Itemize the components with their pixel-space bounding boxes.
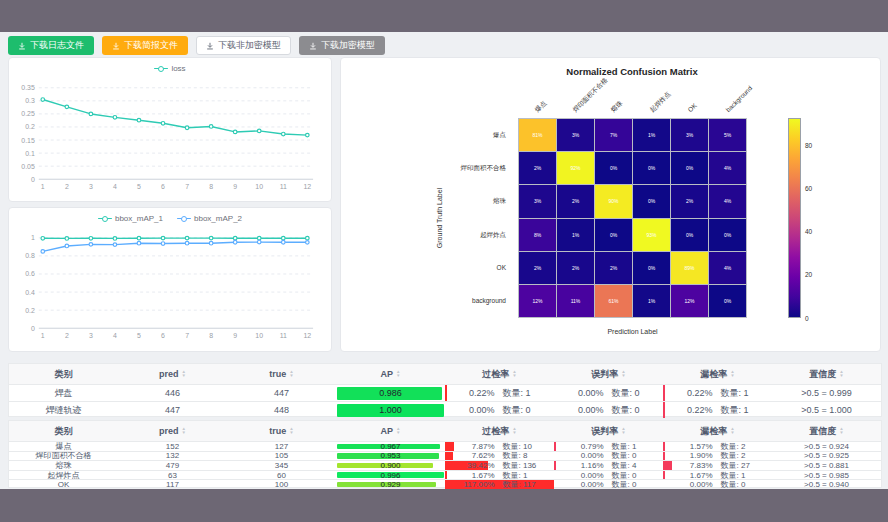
- category-cell: 焊盘: [9, 385, 118, 401]
- column-header-overkill[interactable]: 过检率▲▼: [445, 425, 554, 438]
- sort-caret-icon[interactable]: ▲▼: [621, 370, 625, 377]
- column-header-misjudge[interactable]: 误判率▲▼: [554, 368, 663, 381]
- miss-count: 数量: 1: [721, 387, 765, 400]
- sort-caret-icon[interactable]: ▲▼: [182, 370, 186, 377]
- ap-cell: 0.996: [336, 471, 445, 480]
- misjudge-percent: 0.79%: [562, 442, 604, 451]
- x-tick-label: 10: [255, 332, 263, 339]
- legend-item-bbox_mAP_2[interactable]: bbox_mAP_2: [177, 214, 242, 223]
- table-row-OK: OK1171000.929117.00%数量: 1170.00%数量: 00.0…: [9, 479, 881, 489]
- legend-item-loss[interactable]: loss: [154, 64, 185, 73]
- sort-caret-icon[interactable]: ▲▼: [730, 370, 734, 377]
- colorbar-tick-label: 0: [805, 315, 809, 322]
- ap-value: 0.929: [380, 480, 400, 489]
- colorbar-tick-label: 60: [805, 185, 812, 192]
- overkill-count: 数量: 10: [503, 442, 547, 451]
- column-header-true[interactable]: true▲▼: [227, 369, 336, 379]
- sort-caret-icon[interactable]: ▲▼: [839, 370, 843, 377]
- legend-marker: [98, 216, 112, 222]
- ap-value: 0.986: [379, 388, 402, 398]
- pred-cell: 152: [118, 442, 227, 451]
- column-header-ap[interactable]: AP▲▼: [336, 369, 445, 379]
- cm-cell-爆点-起焊炸点: 1%: [633, 119, 670, 151]
- misjudge-percent: 0.00%: [562, 388, 604, 398]
- column-header-pred[interactable]: pred▲▼: [118, 426, 227, 436]
- miss-percent: 0.00%: [671, 480, 713, 489]
- sort-caret-icon[interactable]: ▲▼: [182, 427, 186, 434]
- download-encrypted-model-button[interactable]: 下载加密模型: [299, 36, 385, 55]
- cm-cell-熔珠-爆点: 3%: [519, 185, 556, 217]
- x-tick-label: 12: [303, 332, 311, 339]
- column-header-misjudge[interactable]: 误判率▲▼: [554, 425, 663, 438]
- column-header-true[interactable]: true▲▼: [227, 426, 336, 436]
- category-cell: 爆点: [9, 442, 118, 451]
- cm-column-label: OK: [685, 101, 698, 114]
- x-tick-label: 4: [113, 183, 117, 190]
- colorbar-tick-label: 80: [805, 142, 812, 149]
- bbox_mAP_1-point: [89, 236, 93, 240]
- overkill-cell: 1.67%数量: 1: [445, 471, 554, 480]
- x-tick-label: 11: [280, 332, 287, 339]
- sort-caret-icon[interactable]: ▲▼: [839, 427, 843, 434]
- sort-caret-icon[interactable]: ▲▼: [512, 427, 516, 434]
- download-log-file-button[interactable]: 下载日志文件: [8, 36, 94, 55]
- table-row-焊缝轨迹: 焊缝轨迹4474481.0000.00%数量: 00.00%数量: 00.22%…: [9, 401, 881, 418]
- column-header-label: 误判率: [591, 425, 618, 438]
- x-tick-label: 9: [233, 332, 237, 339]
- pred-cell: 63: [118, 471, 227, 480]
- legend-marker: [154, 66, 168, 72]
- sort-caret-icon[interactable]: ▲▼: [621, 427, 625, 434]
- confidence-cell: >0.5 = 0.985: [772, 471, 881, 480]
- loss-point: [89, 112, 93, 116]
- sort-caret-icon[interactable]: ▲▼: [396, 370, 400, 377]
- sort-caret-icon[interactable]: ▲▼: [289, 427, 293, 434]
- bbox_mAP_2-point: [89, 243, 93, 247]
- x-tick-label: 7: [185, 332, 189, 339]
- cm-cell-爆点-焊印面积不合格: 3%: [557, 119, 594, 151]
- category-cell: 熔珠: [9, 461, 118, 470]
- column-header-miss[interactable]: 漏检率▲▼: [663, 425, 772, 438]
- misjudge-percent: 1.16%: [562, 461, 604, 470]
- miss-cell: 1.67%数量: 1: [663, 471, 772, 480]
- sort-caret-icon[interactable]: ▲▼: [730, 427, 734, 434]
- cm-column-label: 焊印面积不合格: [571, 75, 610, 114]
- overkill-bar: [445, 385, 447, 401]
- column-header-miss[interactable]: 漏检率▲▼: [663, 368, 772, 381]
- legend-item-bbox_mAP_1[interactable]: bbox_mAP_1: [98, 214, 163, 223]
- download-report-file-button[interactable]: 下载简报文件: [102, 36, 188, 55]
- column-header-ap[interactable]: AP▲▼: [336, 426, 445, 436]
- cm-row-label: 熔珠: [341, 197, 512, 205]
- misjudge-cell: 0.00%数量: 0: [554, 471, 663, 480]
- column-header-confidence[interactable]: 置信度▲▼: [772, 425, 881, 438]
- sort-desc-icon: ▼: [730, 374, 734, 378]
- confidence-cell: >0.5 = 0.925: [772, 452, 881, 461]
- column-header-label: AP: [381, 426, 394, 436]
- colorbar-tick-label: 20: [805, 271, 812, 278]
- true-cell: 447: [227, 385, 336, 401]
- category-cell: OK: [9, 480, 118, 489]
- category-cell: 焊印面积不合格: [9, 452, 118, 461]
- x-tick-label: 5: [137, 183, 141, 190]
- overkill-count: 数量: 136: [503, 461, 547, 470]
- button-label: 下载非加密模型: [218, 39, 281, 52]
- cm-cell-起焊炸点-熔珠: 0%: [595, 219, 632, 251]
- bbox_mAP_1-point: [161, 236, 165, 240]
- sort-desc-icon: ▼: [396, 374, 400, 378]
- column-header-category: 类别: [9, 425, 118, 438]
- sort-desc-icon: ▼: [621, 431, 625, 435]
- ap-value: 0.953: [380, 452, 400, 461]
- column-header-confidence[interactable]: 置信度▲▼: [772, 368, 881, 381]
- loss-point: [257, 129, 261, 133]
- column-header-overkill[interactable]: 过检率▲▼: [445, 368, 554, 381]
- sort-caret-icon[interactable]: ▲▼: [512, 370, 516, 377]
- top-bar: [0, 0, 888, 32]
- download-plain-model-button[interactable]: 下载非加密模型: [196, 36, 291, 55]
- column-header-pred[interactable]: pred▲▼: [118, 369, 227, 379]
- x-tick-label: 3: [89, 183, 93, 190]
- miss-cell: 7.83%数量: 27: [663, 461, 772, 470]
- cm-cell-background-background: 0%: [709, 285, 746, 317]
- sort-caret-icon[interactable]: ▲▼: [396, 427, 400, 434]
- y-tick-label: 0.4: [25, 289, 35, 296]
- sort-caret-icon[interactable]: ▲▼: [289, 370, 293, 377]
- cm-cell-爆点-爆点: 81%: [519, 119, 556, 151]
